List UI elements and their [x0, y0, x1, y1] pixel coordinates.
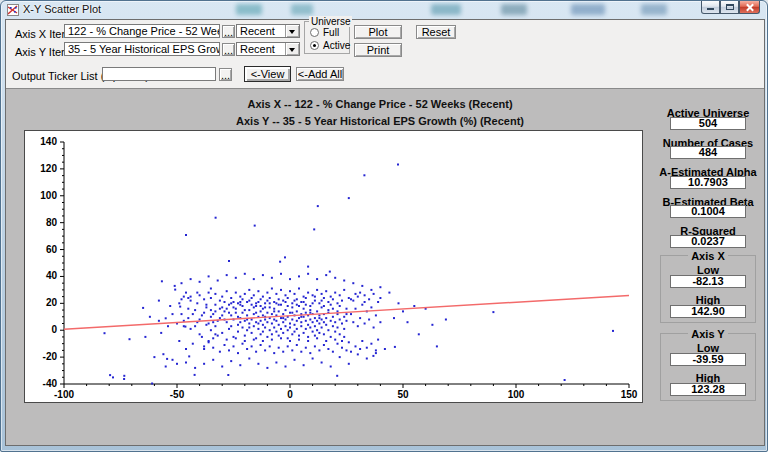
svg-text:120: 120	[40, 163, 57, 174]
combo-value: Recent	[240, 43, 275, 55]
chevron-down-icon	[285, 43, 299, 55]
chevron-down-icon	[285, 25, 299, 37]
svg-text:80: 80	[46, 217, 58, 228]
plot-button[interactable]: Plot	[354, 25, 402, 39]
svg-text:-50: -50	[170, 389, 185, 400]
scatter-plot-icon	[7, 4, 19, 16]
results-panel: Axis X -- 122 - % Change Price - 52 Week…	[6, 88, 764, 445]
print-button[interactable]: Print	[354, 43, 402, 57]
window-title: X-Y Scatter Plot	[23, 3, 101, 15]
svg-text:40: 40	[46, 270, 58, 281]
reset-button[interactable]: Reset	[416, 25, 456, 39]
beta-value: 0.1004	[670, 205, 746, 218]
svg-text:-100: -100	[54, 389, 74, 400]
axis-x-item-label: Axis X Item	[15, 28, 71, 40]
active-universe-value: 504	[670, 117, 746, 130]
number-of-cases-value: 484	[670, 146, 746, 159]
universe-legend: Universe	[309, 16, 352, 27]
axis-y-high-value: 123.28	[670, 383, 746, 396]
glass-reflection	[501, 4, 527, 15]
output-browse-button[interactable]: ...	[219, 68, 232, 81]
svg-text:140: 140	[40, 136, 57, 147]
svg-text:50: 50	[397, 389, 409, 400]
combo-value: Recent	[240, 25, 275, 37]
svg-text:100: 100	[40, 190, 57, 201]
glass-reflection	[571, 4, 605, 15]
maximize-icon	[726, 4, 734, 10]
axis-x-high-value: 142.90	[670, 305, 746, 318]
client-area: Axis X Item 122 - % Change Price - 52 We…	[5, 19, 765, 446]
glass-reflection	[291, 4, 313, 15]
title-bar: X-Y Scatter Plot	[1, 1, 767, 19]
view-button[interactable]: <-View	[244, 66, 291, 82]
scatter-plot-svg: -100-50050100150-40-20020406080100120140	[25, 131, 644, 404]
axis-y-browse-button[interactable]: ...	[222, 43, 235, 56]
axis-y-low-value: -39.59	[670, 353, 746, 366]
axis-x-recency-combo[interactable]: Recent	[236, 24, 300, 38]
chart-title-x: Axis X -- 122 - % Change Price - 52 Week…	[6, 98, 754, 110]
svg-text:0: 0	[287, 389, 293, 400]
output-ticker-field[interactable]	[102, 67, 216, 81]
chart-title-y: Axis Y -- 35 - 5 Year Historical EPS Gro…	[6, 115, 754, 127]
close-icon	[740, 1, 759, 13]
minimize-icon	[707, 8, 714, 10]
alpha-value: 10.7903	[670, 176, 746, 189]
minimize-button[interactable]	[701, 1, 720, 14]
scatter-plot: -100-50050100150-40-20020406080100120140	[24, 130, 643, 403]
glass-reflection	[641, 4, 667, 15]
radio-active-label: Active	[323, 40, 350, 51]
axis-y-item-field[interactable]: 35 - 5 Year Historical EPS Growth (%)	[64, 42, 220, 56]
radio-icon	[310, 41, 319, 50]
svg-text:100: 100	[508, 389, 525, 400]
glass-reflection	[236, 4, 262, 15]
universe-groupbox: Universe Full Active	[304, 21, 350, 54]
maximize-button[interactable]	[720, 1, 739, 14]
r-squared-value: 0.0237	[670, 235, 746, 248]
add-all-button[interactable]: <-Add All	[296, 67, 344, 81]
svg-text:0: 0	[51, 324, 57, 335]
axis-x-item-field[interactable]: 122 - % Change Price - 52 Weeks	[64, 24, 220, 38]
axis-y-range-group: Axis Y Low -39.59 High 123.28	[660, 333, 756, 401]
svg-text:60: 60	[46, 244, 58, 255]
close-button[interactable]	[739, 1, 760, 14]
svg-text:-40: -40	[43, 378, 58, 389]
axis-y-recency-combo[interactable]: Recent	[236, 42, 300, 56]
axis-x-range-group: Axis X Low -82.13 High 142.90	[660, 255, 756, 323]
axis-y-range-legend: Axis Y	[688, 328, 727, 340]
caption-buttons	[701, 1, 760, 14]
axis-x-browse-button[interactable]: ...	[222, 25, 235, 38]
svg-text:-20: -20	[43, 351, 58, 362]
glass-reflection	[431, 4, 461, 15]
app-window: X-Y Scatter Plot Axis X Item 122 - % Cha…	[0, 0, 768, 452]
svg-text:150: 150	[621, 389, 638, 400]
svg-text:20: 20	[46, 297, 58, 308]
radio-icon	[310, 28, 319, 37]
axis-y-item-label: Axis Y Item	[15, 46, 70, 58]
axis-x-range-legend: Axis X	[688, 250, 728, 262]
axis-x-low-value: -82.13	[670, 275, 746, 288]
radio-full-label: Full	[323, 27, 339, 38]
